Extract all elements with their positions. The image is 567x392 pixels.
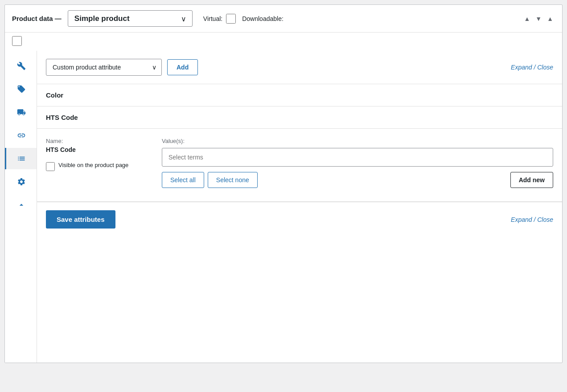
downloadable-label: Downloadable: — [242, 15, 284, 22]
values-label: Value(s): — [162, 138, 553, 144]
sidebar-item-attributes[interactable] — [5, 148, 37, 169]
product-type-select-wrapper[interactable]: Simple product — [68, 10, 193, 27]
attr-select-wrapper[interactable]: Custom product attribute — [46, 59, 162, 76]
sidebar-item-variations[interactable] — [5, 171, 37, 192]
select-all-button[interactable]: Select all — [162, 172, 204, 188]
expand-close-link-bottom[interactable]: Expand / Close — [511, 216, 553, 223]
select-none-button[interactable]: Select none — [208, 172, 258, 188]
advanced-icon — [17, 200, 26, 209]
hts-code-attribute-section: HTS Code Name: HTS Code Visible on the p… — [37, 106, 562, 202]
attr-selector-row: Custom product attribute Add Expand / Cl… — [37, 51, 562, 84]
attr-name-label: Name: — [46, 138, 144, 144]
product-type-select[interactable]: Simple product — [68, 10, 193, 27]
attr-name-value: HTS Code — [46, 146, 144, 153]
panel-footer: Save attributes Expand / Close — [37, 202, 562, 237]
tags-icon — [17, 85, 26, 94]
virtual-checkbox[interactable] — [226, 14, 236, 24]
color-attribute-header[interactable]: Color — [37, 84, 562, 106]
add-new-button[interactable]: Add new — [510, 172, 553, 188]
gear-icon — [17, 177, 26, 186]
sort-top-arrow[interactable]: ▲ — [545, 14, 555, 23]
sidebar — [5, 51, 37, 363]
select-terms-input[interactable] — [162, 148, 553, 167]
sidebar-item-linked[interactable] — [5, 125, 37, 146]
color-attribute-section: Color — [37, 84, 562, 106]
truck-icon — [17, 108, 26, 117]
virtual-group: Virtual: — [203, 14, 236, 24]
header-checkbox-row — [5, 33, 562, 51]
visible-checkbox-row: Visible on the product page — [46, 161, 144, 171]
save-attributes-button[interactable]: Save attributes — [46, 210, 115, 229]
attr-action-buttons: Select all Select none Add new — [162, 172, 553, 188]
sidebar-item-advanced[interactable] — [5, 194, 37, 216]
virtual-label: Virtual: — [203, 15, 222, 22]
content-panel: Custom product attribute Add Expand / Cl… — [37, 51, 562, 363]
sidebar-item-inventory[interactable] — [5, 78, 37, 100]
header-checkbox[interactable] — [12, 36, 22, 46]
hts-code-attribute-detail: Name: HTS Code Visible on the product pa… — [37, 128, 562, 201]
sort-arrows: ▲ ▼ ▲ — [522, 14, 555, 23]
visible-label: Visible on the product page — [58, 161, 128, 169]
sort-up-arrow[interactable]: ▲ — [522, 14, 532, 23]
expand-close-link-top[interactable]: Expand / Close — [511, 64, 553, 71]
list-icon — [17, 154, 26, 163]
attribute-type-select[interactable]: Custom product attribute — [46, 59, 162, 76]
attr-left: Name: HTS Code Visible on the product pa… — [46, 138, 144, 188]
link-icon — [17, 131, 26, 140]
attr-right: Value(s): Select all Select none Add new — [162, 138, 553, 188]
add-attribute-button[interactable]: Add — [167, 59, 198, 75]
sidebar-item-general[interactable] — [5, 55, 37, 77]
hts-code-attribute-header[interactable]: HTS Code — [37, 106, 562, 128]
wrench-icon — [17, 61, 26, 70]
sidebar-item-shipping[interactable] — [5, 102, 37, 123]
sort-down-arrow[interactable]: ▼ — [534, 14, 543, 23]
visible-on-product-checkbox[interactable] — [46, 162, 55, 171]
product-data-label: Product data — — [12, 15, 62, 22]
